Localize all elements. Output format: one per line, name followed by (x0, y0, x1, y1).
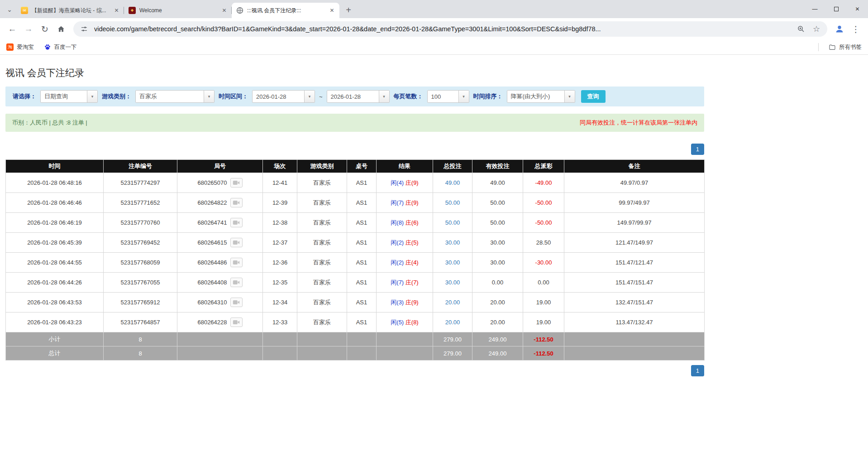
tab-search-chevron-icon[interactable]: ⌄ (4, 4, 15, 15)
close-window-button[interactable]: ✕ (847, 0, 868, 18)
header-session: 场次 (263, 160, 297, 173)
page-1-button[interactable]: 1 (691, 144, 704, 155)
round-replay-button[interactable] (230, 278, 243, 287)
baidu-paw-icon (44, 43, 51, 51)
date-start-input[interactable] (253, 91, 304, 102)
game-type-value[interactable] (136, 91, 204, 102)
cell-table-no: AS1 (347, 293, 377, 313)
cell-payout: 0.00 (523, 273, 564, 293)
round-number: 680265070 (197, 179, 227, 186)
tab-close-icon[interactable]: ✕ (220, 7, 228, 14)
total-total-bet: 279.00 (433, 346, 472, 361)
game-type-select[interactable]: ▾ (135, 90, 215, 103)
all-bookmarks-label: 所有书签 (839, 43, 862, 51)
profile-avatar[interactable] (832, 21, 847, 37)
address-bar[interactable]: videoie.com/game/betrecord_search/kind3?… (73, 21, 827, 37)
per-page-value[interactable] (428, 91, 458, 102)
round-number: 680264310 (197, 299, 227, 306)
maximize-button[interactable] (825, 0, 847, 18)
tab-close-icon[interactable]: ✕ (113, 7, 120, 14)
browser-tab-forum[interactable]: ✉ 【新提醒】海燕策略论坛 - 综... ✕ (16, 3, 124, 18)
chevron-down-icon[interactable]: ▾ (379, 91, 389, 102)
cell-payout: 19.00 (523, 313, 564, 332)
chevron-down-icon[interactable]: ▾ (204, 91, 214, 102)
pagination-top: 1 (5, 144, 704, 155)
cell-remark: 49.97/0.97 (564, 173, 705, 193)
result-banker: 庄(6) (405, 219, 419, 226)
result-player: 闲(2) (391, 239, 404, 246)
sort-order-select[interactable]: ▾ (507, 90, 575, 103)
cell-total-bet: 49.00 (433, 173, 472, 193)
table-row: 2026-01-28 06:44:26 523157767055 6802644… (6, 273, 705, 293)
header-table-no: 桌号 (347, 160, 377, 173)
zoom-icon[interactable] (796, 24, 806, 34)
minimize-button[interactable]: — (804, 0, 825, 18)
cell-session: 12-35 (263, 273, 297, 293)
cell-game-type: 百家乐 (297, 233, 347, 253)
cell-valid-bet: 20.00 (472, 313, 523, 332)
browser-menu-button[interactable]: ⋮ (848, 21, 863, 37)
url-text[interactable]: videoie.com/game/betrecord_search/kind3?… (94, 25, 791, 33)
query-type-select[interactable]: ▾ (40, 90, 98, 103)
sort-order-value[interactable] (507, 91, 564, 102)
back-button[interactable]: ← (5, 21, 20, 37)
cell-game-type: 百家乐 (297, 253, 347, 273)
chevron-down-icon[interactable]: ▾ (564, 91, 575, 102)
cell-result: 闲(5) 庄(8) (377, 313, 433, 332)
info-bar: 币别：人民币 | 总共 :8 注单 | 同局有效投注，统一计算在该局第一张注单内 (5, 114, 704, 132)
chevron-down-icon[interactable]: ▾ (458, 91, 469, 102)
reload-button[interactable]: ↻ (37, 21, 52, 37)
page-content: 视讯 会员下注纪录 请选择： ▾ 游戏类别： ▾ 时间区间： ▾ ~ ▾ 每页笔… (0, 67, 710, 376)
per-page-select[interactable]: ▾ (427, 90, 469, 103)
search-button[interactable]: 查询 (581, 90, 606, 103)
cell-payout: -50.00 (523, 213, 564, 233)
query-type-value[interactable] (41, 91, 87, 102)
cell-session: 12-34 (263, 293, 297, 313)
cell-table-no: AS1 (347, 273, 377, 293)
round-replay-button[interactable] (230, 298, 243, 307)
chevron-down-icon[interactable]: ▾ (304, 91, 315, 102)
cell-time: 2026-01-28 06:48:16 (6, 173, 104, 193)
cell-session: 12-33 (263, 313, 297, 332)
cell-game-type: 百家乐 (297, 313, 347, 332)
cell-bet-id: 523157764857 (104, 313, 177, 332)
tab-title: :::视讯 会员下注纪录::: (247, 7, 324, 14)
site-settings-tune-icon[interactable] (79, 24, 90, 34)
browser-tab-betrecord-active[interactable]: :::视讯 会员下注纪录::: ✕ (232, 3, 339, 18)
round-replay-button[interactable] (230, 218, 243, 227)
home-button[interactable] (53, 21, 69, 37)
round-replay-button[interactable] (230, 258, 243, 267)
new-tab-button[interactable]: + (342, 4, 355, 16)
round-replay-button[interactable] (230, 317, 243, 327)
round-number: 680264228 (197, 319, 227, 326)
browser-tab-welcome[interactable]: ◆ Welcome ✕ (124, 3, 232, 18)
total-valid-bet: 249.00 (472, 346, 523, 361)
page-title: 视讯 会员下注纪录 (5, 67, 704, 79)
cell-game-type: 百家乐 (297, 293, 347, 313)
date-start-picker[interactable]: ▾ (252, 90, 315, 103)
globe-favicon-icon (236, 7, 243, 14)
bookmark-star-icon[interactable]: ☆ (811, 24, 822, 34)
bookmark-baidu[interactable]: 百度一下 (44, 43, 77, 51)
round-number: 680264408 (197, 279, 227, 286)
result-player: 闲(7) (391, 199, 404, 206)
cell-total-bet: 50.00 (433, 193, 472, 213)
all-bookmarks-button[interactable]: 所有书签 (829, 43, 862, 51)
round-replay-button[interactable] (230, 198, 243, 207)
maximize-icon (834, 7, 839, 11)
forward-button[interactable]: → (21, 21, 36, 37)
date-end-input[interactable] (327, 91, 379, 102)
page-1-button[interactable]: 1 (691, 365, 704, 376)
bookmark-taobao[interactable]: 淘 爱淘宝 (6, 43, 34, 51)
bookmark-label: 百度一下 (54, 43, 77, 51)
chevron-down-icon[interactable]: ▾ (87, 91, 97, 102)
cell-round: 680264741 (177, 213, 263, 233)
header-payout: 总派彩 (523, 160, 564, 173)
round-replay-button[interactable] (230, 178, 243, 188)
cell-payout: 19.00 (523, 293, 564, 313)
tab-close-icon[interactable]: ✕ (328, 7, 336, 14)
date-end-picker[interactable]: ▾ (327, 90, 390, 103)
result-banker: 庄(5) (405, 239, 419, 246)
round-replay-button[interactable] (230, 238, 243, 247)
bookmarks-bar: 淘 爱淘宝 百度一下 所有书签 (0, 40, 868, 55)
